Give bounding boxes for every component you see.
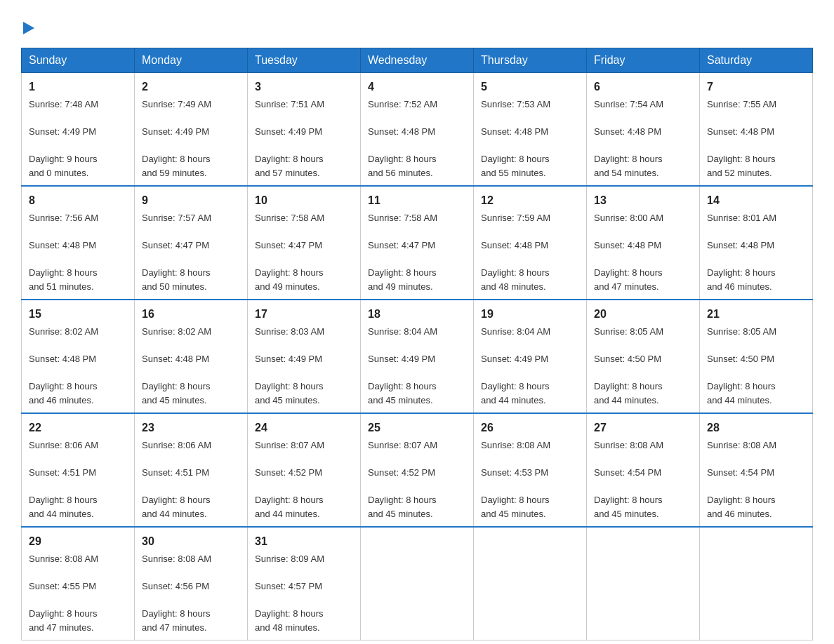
sunrise-text: Sunrise: 8:08 AM: [481, 438, 579, 452]
sunrise-text: Sunrise: 8:04 AM: [368, 325, 466, 339]
day-number: 30: [142, 533, 240, 550]
sunrise-text: Sunrise: 8:06 AM: [142, 438, 240, 452]
calendar-week-4: 22 Sunrise: 8:06 AM Sunset: 4:51 PM Dayl…: [22, 413, 813, 527]
daylight-text: Daylight: 8 hours and 45 minutes.: [142, 380, 240, 407]
sunset-text: Sunset: 4:56 PM: [142, 579, 240, 593]
calendar-cell: 8 Sunrise: 7:56 AM Sunset: 4:48 PM Dayli…: [22, 186, 135, 300]
day-number: 17: [255, 306, 353, 323]
sunrise-text: Sunrise: 7:55 AM: [707, 98, 805, 112]
logo: [21, 21, 34, 34]
day-number: 24: [255, 420, 353, 436]
sunrise-text: Sunrise: 7:56 AM: [29, 211, 127, 225]
sunrise-text: Sunrise: 8:05 AM: [707, 325, 805, 339]
daylight-text: Daylight: 8 hours and 45 minutes.: [481, 493, 579, 521]
sunrise-text: Sunrise: 8:07 AM: [255, 438, 353, 452]
sunset-text: Sunset: 4:47 PM: [142, 239, 240, 253]
sunset-text: Sunset: 4:49 PM: [481, 352, 579, 366]
sunset-text: Sunset: 4:47 PM: [368, 239, 466, 253]
sunrise-text: Sunrise: 8:03 AM: [255, 325, 353, 339]
day-number: 3: [255, 79, 353, 95]
day-number: 6: [594, 79, 692, 95]
calendar-cell: 4 Sunrise: 7:52 AM Sunset: 4:48 PM Dayli…: [361, 73, 474, 187]
day-number: 8: [29, 192, 127, 209]
calendar-cell: 19 Sunrise: 8:04 AM Sunset: 4:49 PM Dayl…: [474, 300, 587, 413]
calendar-table: SundayMondayTuesdayWednesdayThursdayFrid…: [21, 48, 813, 640]
sunrise-text: Sunrise: 8:06 AM: [29, 438, 127, 452]
sunset-text: Sunset: 4:52 PM: [255, 466, 353, 480]
calendar-cell: 2 Sunrise: 7:49 AM Sunset: 4:49 PM Dayli…: [135, 73, 248, 187]
calendar-cell: 28 Sunrise: 8:08 AM Sunset: 4:54 PM Dayl…: [700, 413, 813, 527]
daylight-text: Daylight: 8 hours and 55 minutes.: [481, 152, 579, 180]
calendar-cell: 31 Sunrise: 8:09 AM Sunset: 4:57 PM Dayl…: [248, 527, 361, 640]
daylight-text: Daylight: 8 hours and 47 minutes.: [142, 607, 240, 634]
sunset-text: Sunset: 4:49 PM: [255, 352, 353, 366]
day-number: 25: [368, 420, 466, 436]
sunrise-text: Sunrise: 7:58 AM: [255, 211, 353, 225]
day-number: 21: [707, 306, 805, 323]
calendar-week-2: 8 Sunrise: 7:56 AM Sunset: 4:48 PM Dayli…: [22, 186, 813, 300]
daylight-text: Daylight: 8 hours and 44 minutes.: [481, 380, 579, 407]
sunset-text: Sunset: 4:53 PM: [481, 466, 579, 480]
daylight-text: Daylight: 8 hours and 57 minutes.: [255, 152, 353, 180]
sunrise-text: Sunrise: 8:08 AM: [707, 438, 805, 452]
sunset-text: Sunset: 4:51 PM: [29, 466, 127, 480]
daylight-text: Daylight: 8 hours and 44 minutes.: [142, 493, 240, 521]
sunrise-text: Sunrise: 7:52 AM: [368, 98, 466, 112]
calendar-cell: 17 Sunrise: 8:03 AM Sunset: 4:49 PM Dayl…: [248, 300, 361, 413]
sunrise-text: Sunrise: 7:58 AM: [368, 211, 466, 225]
daylight-text: Daylight: 8 hours and 54 minutes.: [594, 152, 692, 180]
sunrise-text: Sunrise: 7:54 AM: [594, 98, 692, 112]
calendar-cell: 6 Sunrise: 7:54 AM Sunset: 4:48 PM Dayli…: [587, 73, 700, 187]
calendar-cell: 9 Sunrise: 7:57 AM Sunset: 4:47 PM Dayli…: [135, 186, 248, 300]
calendar-cell: 15 Sunrise: 8:02 AM Sunset: 4:48 PM Dayl…: [22, 300, 135, 413]
day-header-thursday: Thursday: [474, 48, 587, 73]
day-number: 22: [29, 420, 127, 436]
sunset-text: Sunset: 4:52 PM: [368, 466, 466, 480]
calendar-cell: 12 Sunrise: 7:59 AM Sunset: 4:48 PM Dayl…: [474, 186, 587, 300]
calendar-cell: [474, 527, 587, 640]
calendar-cell: 29 Sunrise: 8:08 AM Sunset: 4:55 PM Dayl…: [22, 527, 135, 640]
daylight-text: Daylight: 8 hours and 46 minutes.: [707, 266, 805, 293]
sunset-text: Sunset: 4:48 PM: [481, 239, 579, 253]
daylight-text: Daylight: 8 hours and 59 minutes.: [142, 152, 240, 180]
sunset-text: Sunset: 4:49 PM: [255, 125, 353, 139]
sunset-text: Sunset: 4:48 PM: [594, 239, 692, 253]
calendar-cell: 5 Sunrise: 7:53 AM Sunset: 4:48 PM Dayli…: [474, 73, 587, 187]
calendar-cell: 1 Sunrise: 7:48 AM Sunset: 4:49 PM Dayli…: [22, 73, 135, 187]
calendar-cell: 23 Sunrise: 8:06 AM Sunset: 4:51 PM Dayl…: [135, 413, 248, 527]
calendar-cell: 3 Sunrise: 7:51 AM Sunset: 4:49 PM Dayli…: [248, 73, 361, 187]
day-number: 12: [481, 192, 579, 209]
calendar-cell: [700, 527, 813, 640]
sunset-text: Sunset: 4:54 PM: [707, 466, 805, 480]
page-header: [21, 14, 813, 34]
sunrise-text: Sunrise: 8:08 AM: [594, 438, 692, 452]
daylight-text: Daylight: 8 hours and 49 minutes.: [255, 266, 353, 293]
sunrise-text: Sunrise: 8:02 AM: [29, 325, 127, 339]
day-number: 26: [481, 420, 579, 436]
sunset-text: Sunset: 4:49 PM: [142, 125, 240, 139]
day-number: 23: [142, 420, 240, 436]
sunset-text: Sunset: 4:48 PM: [142, 352, 240, 366]
calendar-cell: [361, 527, 474, 640]
sunrise-text: Sunrise: 8:02 AM: [142, 325, 240, 339]
calendar-cell: 7 Sunrise: 7:55 AM Sunset: 4:48 PM Dayli…: [700, 73, 813, 187]
day-number: 14: [707, 192, 805, 209]
calendar-cell: 11 Sunrise: 7:58 AM Sunset: 4:47 PM Dayl…: [361, 186, 474, 300]
day-number: 13: [594, 192, 692, 209]
sunset-text: Sunset: 4:51 PM: [142, 466, 240, 480]
calendar-cell: 26 Sunrise: 8:08 AM Sunset: 4:53 PM Dayl…: [474, 413, 587, 527]
sunset-text: Sunset: 4:48 PM: [368, 125, 466, 139]
day-header-saturday: Saturday: [700, 48, 813, 73]
sunrise-text: Sunrise: 8:05 AM: [594, 325, 692, 339]
daylight-text: Daylight: 8 hours and 51 minutes.: [29, 266, 127, 293]
daylight-text: Daylight: 8 hours and 50 minutes.: [142, 266, 240, 293]
daylight-text: Daylight: 8 hours and 46 minutes.: [29, 380, 127, 407]
sunset-text: Sunset: 4:48 PM: [29, 239, 127, 253]
logo-arrow-icon: [23, 22, 34, 34]
day-number: 11: [368, 192, 466, 209]
calendar-cell: 10 Sunrise: 7:58 AM Sunset: 4:47 PM Dayl…: [248, 186, 361, 300]
day-header-tuesday: Tuesday: [248, 48, 361, 73]
calendar-cell: 25 Sunrise: 8:07 AM Sunset: 4:52 PM Dayl…: [361, 413, 474, 527]
day-number: 28: [707, 420, 805, 436]
calendar-cell: 27 Sunrise: 8:08 AM Sunset: 4:54 PM Dayl…: [587, 413, 700, 527]
